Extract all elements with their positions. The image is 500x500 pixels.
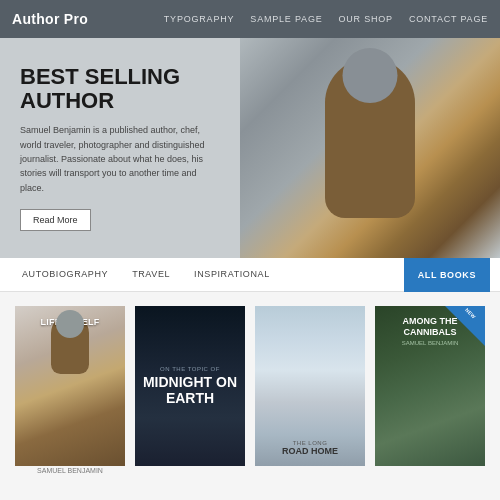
book-cover-3: THE LONG ROAD HOME [255, 306, 365, 466]
filter-bar: AUTOBIOGRAPHY TRAVEL INSPIRATIONAL ALL B… [0, 258, 500, 292]
book-4-ribbon: NEW [445, 306, 485, 346]
nav-item-typography[interactable]: TYPOGRAPHY [164, 14, 235, 24]
read-more-button[interactable]: Read More [20, 209, 91, 231]
book-cover-4: AMONG THE CANNIBALS SAMUEL BENJAMIN NEW [375, 306, 485, 466]
nav-item-contact[interactable]: CONTACT PAGE [409, 14, 488, 24]
nav-item-shop[interactable]: OUR SHOP [338, 14, 392, 24]
site-logo[interactable]: Author Pro [12, 11, 88, 27]
book-2-subtitle: ON THE TOPIC OF [140, 366, 240, 372]
book-2-text: ON THE TOPIC OF MIDNIGHT ON EARTH [135, 356, 245, 416]
filter-tab-inspirational[interactable]: INSPIRATIONAL [182, 258, 282, 292]
book-3-text: THE LONG ROAD HOME [255, 440, 365, 456]
book-2-title: MIDNIGHT ON EARTH [140, 375, 240, 406]
ribbon-label: NEW [458, 306, 482, 326]
book-1-title-overlay: LIFE, ITSELF [15, 311, 125, 329]
filter-tab-travel[interactable]: TRAVEL [120, 258, 182, 292]
site-header: Author Pro TYPOGRAPHY SAMPLE PAGE OUR SH… [0, 0, 500, 38]
hero-content: BEST SELLING AUTHOR Samuel Benjamin is a… [0, 38, 240, 258]
book-cover-2: ON THE TOPIC OF MIDNIGHT ON EARTH [135, 306, 245, 466]
book-card-3[interactable]: THE LONG ROAD HOME [255, 306, 365, 486]
book-cover-1: LIFE, ITSELF [15, 306, 125, 466]
hero-description: Samuel Benjamin is a published author, c… [20, 123, 220, 195]
book-1-title-text: LIFE, ITSELF [40, 317, 99, 327]
book-1-author: SAMUEL BENJAMIN [15, 467, 125, 474]
nav-item-sample[interactable]: SAMPLE PAGE [250, 14, 322, 24]
book-card-1[interactable]: LIFE, ITSELF SAMUEL BENJAMIN [15, 306, 125, 486]
all-books-button[interactable]: ALL BOOKS [404, 258, 490, 292]
books-grid: LIFE, ITSELF SAMUEL BENJAMIN ON THE TOPI… [0, 292, 500, 500]
book-3-title: ROAD HOME [255, 446, 365, 456]
book-card-2[interactable]: ON THE TOPIC OF MIDNIGHT ON EARTH [135, 306, 245, 486]
hero-image [240, 38, 500, 258]
book-card-4[interactable]: AMONG THE CANNIBALS SAMUEL BENJAMIN NEW [375, 306, 485, 486]
hero-section: BEST SELLING AUTHOR Samuel Benjamin is a… [0, 38, 500, 258]
hero-title: BEST SELLING AUTHOR [20, 65, 220, 113]
filter-tab-autobiography[interactable]: AUTOBIOGRAPHY [10, 258, 120, 292]
main-nav: TYPOGRAPHY SAMPLE PAGE OUR SHOP CONTACT … [164, 14, 488, 24]
filter-tabs: AUTOBIOGRAPHY TRAVEL INSPIRATIONAL [10, 258, 404, 292]
